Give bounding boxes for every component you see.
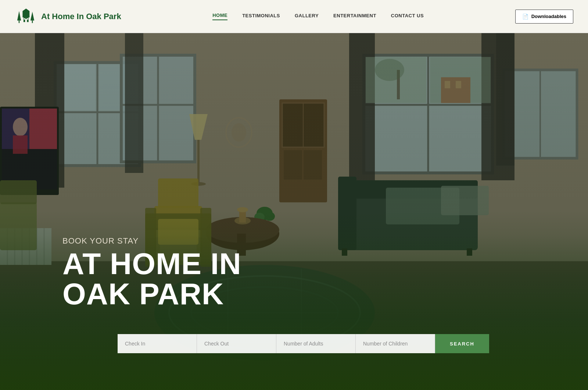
hero-subtitle: BOOK YOUR STAY (62, 236, 241, 246)
svg-rect-5 (24, 18, 25, 19)
search-bar: SEARCH (118, 334, 470, 353)
logo-icon (15, 7, 37, 26)
logo-area[interactable]: At Home In Oak Park (15, 7, 121, 26)
downloadables-label: Downloadables (531, 14, 566, 19)
children-input[interactable] (356, 334, 435, 353)
svg-marker-2 (22, 8, 29, 17)
nav-testimonials[interactable]: TESTIMONIALS (242, 13, 280, 20)
checkout-input[interactable] (197, 334, 276, 353)
svg-marker-0 (17, 11, 21, 21)
nav-entertainment[interactable]: ENTERTAINMENT (333, 13, 376, 20)
svg-rect-1 (19, 20, 20, 23)
logo-text: At Home In Oak Park (41, 12, 121, 21)
svg-marker-7 (31, 11, 34, 20)
header: At Home In Oak Park HOME TESTIMONIALS GA… (0, 0, 588, 33)
checkin-input[interactable] (118, 334, 197, 353)
downloadables-button[interactable]: 📄 Downloadables (515, 10, 573, 24)
hero-title-line2: OAK PARK (62, 277, 224, 311)
hero-section: BOOK YOUR STAY AT HOME IN OAK PARK SEARC… (0, 33, 588, 390)
adults-input[interactable] (276, 334, 356, 353)
document-icon: 📄 (522, 14, 528, 20)
hero-title-line1: AT HOME IN (62, 247, 241, 280)
hero-text-content: BOOK YOUR STAY AT HOME IN OAK PARK (62, 236, 241, 309)
main-nav: HOME TESTIMONIALS GALLERY ENTERTAINMENT … (212, 13, 424, 20)
search-button[interactable]: SEARCH (435, 334, 489, 353)
svg-rect-6 (27, 18, 28, 19)
nav-gallery[interactable]: GALLERY (295, 13, 319, 20)
nav-contact[interactable]: CONTACT US (391, 13, 424, 20)
hero-title: AT HOME IN OAK PARK (62, 249, 241, 309)
svg-rect-8 (32, 20, 33, 23)
nav-home[interactable]: HOME (212, 13, 227, 20)
